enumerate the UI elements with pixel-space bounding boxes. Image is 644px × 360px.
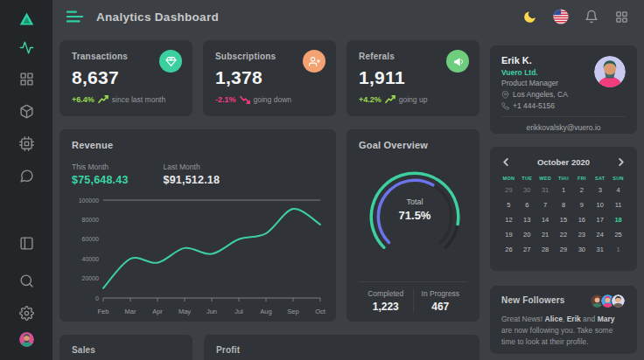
moon-icon[interactable]: [522, 9, 538, 25]
gauge-center: Total 71.5%: [359, 197, 471, 222]
calendar-day[interactable]: 27: [518, 246, 536, 253]
calendar-header: October 2020: [500, 156, 627, 168]
calendar-day[interactable]: 4: [609, 186, 627, 194]
sidebar-item-panels[interactable]: [18, 234, 35, 252]
grid-icon: [19, 72, 34, 87]
calendar-day[interactable]: 22: [555, 231, 573, 239]
bell-icon[interactable]: [583, 9, 599, 25]
panels-icon: [19, 236, 34, 251]
profile-card: Erik K. Vuero Ltd. Product Manager Los A…: [490, 45, 637, 134]
us-flag-icon[interactable]: [552, 9, 569, 25]
calendar-day[interactable]: 30: [518, 186, 536, 194]
svg-text:May: May: [178, 308, 191, 315]
calendar-day[interactable]: 20: [518, 231, 536, 239]
follower-avatar[interactable]: [611, 294, 626, 308]
goal-completed: Completed 1,223: [359, 289, 413, 313]
sales-title: Sales: [72, 345, 180, 355]
calendar-day[interactable]: 8: [555, 201, 573, 209]
calendar-weekday: FRI: [572, 176, 591, 181]
revenue-card: Revenue This Month $75,648.43 Last Month…: [60, 129, 336, 322]
calendar-day[interactable]: 2: [572, 186, 591, 194]
profile-phone: +1 444-5156: [501, 101, 626, 110]
svg-text:Feb: Feb: [98, 308, 109, 315]
phone-icon: [501, 102, 509, 110]
calendar-day[interactable]: 7: [536, 201, 555, 209]
sidebar-item-settings[interactable]: [18, 304, 35, 322]
sidebar-item-dashboards[interactable]: [18, 70, 35, 87]
in-progress-label: In Progress: [414, 289, 468, 298]
sidebar: [0, 0, 52, 360]
svg-text:Oct: Oct: [315, 308, 326, 315]
calendar-day[interactable]: 14: [536, 216, 555, 224]
calendar-day[interactable]: 1: [555, 186, 573, 194]
calendar-weekday: WED: [536, 176, 555, 181]
calendar-weekday: TUE: [518, 176, 536, 181]
calendar-day[interactable]: 16: [572, 216, 591, 224]
sales-card: Sales: [60, 335, 192, 360]
chevron-left-icon[interactable]: [500, 156, 512, 168]
sidebar-item-components[interactable]: [18, 135, 35, 152]
calendar-row: 2627282930311: [500, 242, 627, 257]
calendar-day[interactable]: 18: [609, 216, 627, 224]
calendar-day[interactable]: 23: [572, 231, 591, 239]
goal-overview-card: Goal Overview Total 71.5% Completed 1,22…: [346, 129, 480, 322]
calendar-day[interactable]: 21: [536, 231, 555, 239]
calendar-day[interactable]: 1: [609, 246, 627, 253]
sidebar-item-messages[interactable]: [18, 167, 35, 184]
calendar-day[interactable]: 13: [518, 216, 536, 224]
calendar-day[interactable]: 6: [518, 201, 536, 209]
calendar-day[interactable]: 11: [609, 201, 627, 209]
apps-grid-icon[interactable]: [613, 9, 630, 25]
calendar-day[interactable]: 26: [500, 246, 518, 253]
svg-text:Jun: Jun: [206, 308, 217, 315]
sidebar-item-projects[interactable]: [18, 102, 35, 120]
followers-avatars: [594, 294, 626, 308]
gauge-label: Total: [359, 197, 471, 206]
calendar-day[interactable]: 31: [536, 186, 555, 194]
sidebar-item-activity[interactable]: [18, 38, 35, 56]
message-text: and: [581, 315, 598, 323]
chevron-right-icon[interactable]: [615, 156, 627, 168]
goal-title: Goal Overview: [359, 140, 467, 150]
calendar-day[interactable]: 5: [500, 201, 518, 209]
new-followers-card: New Followers Great News! Alice, Erik an…: [490, 286, 637, 354]
calendar-day[interactable]: 28: [536, 246, 555, 253]
revenue-chart: 020000400006000080000100000FebMarAprMayJ…: [72, 191, 326, 319]
calendar-grid: 2930311234567891011121314151617181920212…: [500, 183, 627, 257]
calendar-day[interactable]: 30: [572, 246, 591, 253]
calendar-day[interactable]: 17: [591, 216, 609, 224]
calendar-day[interactable]: 24: [591, 231, 609, 239]
gear-icon: [19, 306, 34, 321]
message-text: Great News!: [501, 315, 545, 323]
calendar-day[interactable]: 29: [500, 186, 518, 194]
calendar-day[interactable]: 15: [555, 216, 573, 224]
calendar-day[interactable]: 12: [500, 216, 518, 224]
header: Analytics Dashboard: [52, 0, 644, 33]
sidebar-item-search[interactable]: [18, 272, 35, 289]
profile-email[interactable]: erikkovalsky@vuero.io: [501, 123, 626, 132]
profile-location: Los Angeles, CA: [501, 90, 626, 99]
calendar-day[interactable]: 10: [591, 201, 609, 209]
megaphone-icon: [446, 50, 469, 73]
calendar-weekday: MON: [500, 176, 518, 181]
svg-text:Mar: Mar: [125, 308, 136, 315]
calendar-day[interactable]: 9: [572, 201, 591, 209]
profile-avatar[interactable]: [594, 56, 626, 87]
calendar-day[interactable]: 3: [591, 186, 609, 194]
calendar-row: 567891011: [500, 197, 627, 212]
calendar-day[interactable]: 19: [500, 231, 518, 239]
profit-card: Profit: [204, 335, 480, 360]
divider: [501, 116, 626, 117]
delta-value: +6.4%: [72, 95, 94, 104]
stat-delta-row: -2.1% going down: [215, 95, 324, 104]
menu-icon[interactable]: [66, 10, 84, 24]
goal-footer: Completed 1,223 In Progress 467: [359, 281, 467, 313]
stat-delta-row: +4.2% going up: [359, 95, 467, 104]
trend-up-icon: [385, 95, 396, 104]
sidebar-user-avatar[interactable]: [15, 328, 38, 350]
calendar-day[interactable]: 25: [609, 231, 627, 239]
calendar-day[interactable]: 29: [555, 246, 573, 253]
app-logo[interactable]: [18, 7, 35, 30]
last-month-value: $91,512.18: [164, 174, 220, 186]
calendar-day[interactable]: 31: [591, 246, 609, 253]
